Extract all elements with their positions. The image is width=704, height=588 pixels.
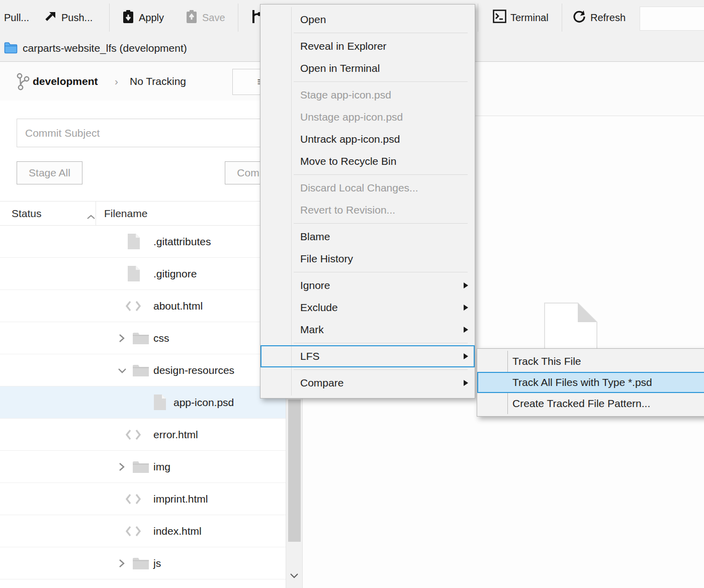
table-row[interactable]: about.html: [0, 290, 302, 322]
submenu-item-track-this-file[interactable]: Track This File: [477, 351, 704, 372]
scrollbar-thumb[interactable]: [288, 400, 301, 542]
apply-stash-button[interactable]: Apply: [122, 0, 164, 35]
document-icon: [127, 233, 141, 252]
document-icon: [153, 394, 167, 413]
terminal-icon: [493, 10, 506, 26]
menu-item-exclude[interactable]: Exclude: [260, 297, 475, 319]
menu-item-discard-local-changes[interactable]: Discard Local Changes...: [260, 177, 475, 199]
menu-item-stage-file[interactable]: Stage app-icon.psd: [260, 84, 475, 106]
table-row[interactable]: css: [0, 322, 302, 354]
menu-separator: [260, 31, 475, 35]
menu-separator: [260, 270, 475, 274]
submenu-arrow-icon: [464, 380, 468, 386]
breadcrumb-chevron-icon: ›: [115, 62, 118, 101]
repo-folder-icon: [4, 42, 18, 56]
toolbar-separator: [109, 4, 110, 32]
push-button-label: Push...: [61, 12, 93, 24]
menu-item-file-history[interactable]: File History: [260, 248, 475, 270]
folder-icon: [132, 331, 149, 347]
submenu-arrow-icon: [464, 305, 468, 311]
refresh-button[interactable]: Refresh: [572, 0, 626, 35]
menu-item-revert-to-revision[interactable]: Revert to Revision...: [260, 199, 475, 221]
submenu-item-create-tracked-file-pattern[interactable]: Create Tracked File Pattern...: [477, 393, 704, 414]
push-arrow-icon: [44, 10, 57, 26]
menu-item-untrack-file[interactable]: Untrack app-icon.psd: [260, 128, 475, 150]
current-branch-label[interactable]: development: [33, 62, 98, 101]
menu-item-ignore[interactable]: Ignore: [260, 274, 475, 297]
menu-item-mark[interactable]: Mark: [260, 319, 475, 341]
chevron-right-icon[interactable]: [117, 558, 126, 570]
table-row[interactable]: js: [0, 547, 302, 579]
submenu-arrow-icon: [464, 353, 468, 359]
menu-separator: [260, 79, 475, 84]
git-branch-icon: [16, 73, 30, 93]
menu-item-reveal-in-explorer[interactable]: Reveal in Explorer: [260, 35, 475, 57]
tracking-status-label[interactable]: No Tracking: [130, 62, 186, 101]
save-clipboard-icon: [185, 10, 198, 26]
submenu-arrow-icon: [464, 282, 468, 288]
code-file-icon: [125, 429, 142, 443]
menu-separator: [260, 341, 475, 345]
filename-column-header[interactable]: Filename: [104, 202, 147, 226]
code-file-icon: [125, 493, 142, 507]
scrollbar-down-arrow[interactable]: [289, 572, 299, 581]
pull-button[interactable]: Pull...: [4, 0, 29, 35]
folder-icon: [132, 363, 149, 379]
table-row[interactable]: .gitattributes: [0, 226, 302, 258]
stage-all-button[interactable]: Stage All: [17, 161, 82, 184]
pull-button-label: Pull...: [4, 12, 29, 24]
menu-separator: [260, 172, 475, 177]
column-divider[interactable]: [96, 202, 96, 226]
chevron-right-icon[interactable]: [117, 462, 126, 474]
changed-files-list: Status Filename .gitattributes .gitignor…: [0, 201, 302, 588]
table-row[interactable]: design-resources: [0, 354, 302, 386]
repo-tab-title[interactable]: carparts-website_lfs (development): [23, 35, 187, 61]
push-button[interactable]: Push...: [44, 0, 93, 35]
code-file-icon: [125, 525, 142, 539]
code-file-icon: [125, 300, 142, 314]
commit-subject-input[interactable]: [17, 119, 286, 147]
menu-separator: [260, 367, 475, 372]
submenu-item-track-all-files-with-type[interactable]: Track All Files with Type *.psd: [477, 372, 704, 393]
stage-all-label: Stage All: [29, 167, 70, 179]
menu-item-blame[interactable]: Blame: [260, 226, 475, 248]
table-row[interactable]: imprint.html: [0, 483, 302, 515]
file-context-menu: Open Reveal in Explorer Open in Terminal…: [260, 4, 475, 399]
chevron-down-icon[interactable]: [117, 365, 127, 377]
save-button-label: Save: [202, 12, 225, 24]
sort-ascending-icon: [86, 211, 96, 223]
toolbar-search-input[interactable]: [640, 7, 704, 31]
table-row[interactable]: img: [0, 451, 302, 483]
toolbar-separator: [238, 4, 238, 32]
folder-icon: [132, 460, 149, 476]
table-row-selected[interactable]: app-icon.psd: [0, 386, 302, 419]
apply-button-label: Apply: [139, 12, 164, 24]
table-row[interactable]: index.html: [0, 515, 302, 547]
toolbar-separator: [478, 4, 478, 32]
refresh-icon: [572, 10, 586, 26]
menu-item-lfs[interactable]: LFS: [260, 345, 475, 367]
toolbar-separator: [562, 4, 562, 32]
terminal-button[interactable]: Terminal: [493, 0, 549, 35]
folder-icon: [132, 556, 149, 572]
menu-item-open-in-terminal[interactable]: Open in Terminal: [260, 57, 475, 79]
save-stash-button[interactable]: Save: [185, 0, 225, 35]
table-row[interactable]: .gitignore: [0, 258, 302, 290]
file-table-header: Status Filename: [0, 201, 302, 226]
submenu-arrow-icon: [464, 327, 468, 333]
apply-clipboard-icon: [122, 10, 135, 26]
menu-item-open[interactable]: Open: [260, 9, 475, 31]
lfs-submenu: Track This File Track All Files with Typ…: [477, 348, 704, 417]
menu-item-move-to-recycle-bin[interactable]: Move to Recycle Bin: [260, 150, 475, 172]
chevron-right-icon[interactable]: [117, 333, 126, 345]
refresh-button-label: Refresh: [590, 12, 626, 24]
menu-item-unstage-file[interactable]: Unstage app-icon.psd: [260, 106, 475, 128]
terminal-button-label: Terminal: [510, 12, 549, 24]
menu-item-compare[interactable]: Compare: [260, 372, 475, 394]
status-column-header[interactable]: Status: [12, 202, 42, 226]
menu-separator: [260, 221, 475, 226]
file-rows: .gitattributes .gitignore about.html css: [0, 226, 302, 579]
table-row[interactable]: error.html: [0, 419, 302, 451]
document-icon: [127, 265, 141, 284]
